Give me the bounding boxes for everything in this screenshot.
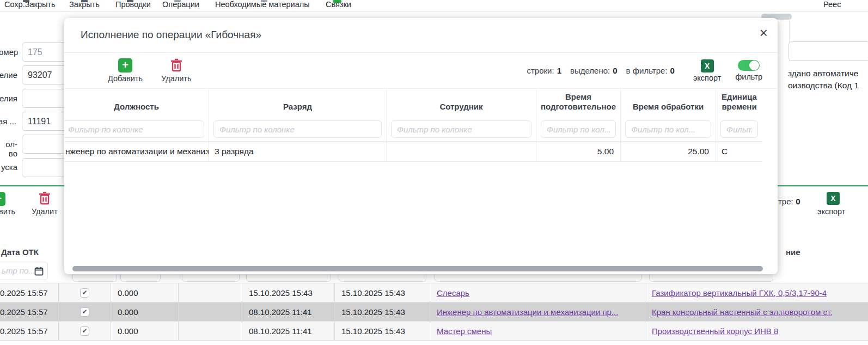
background-data-table: 0.2025 15:57 ✔ 0.000 15.10.2025 15:43 15… [0,283,868,341]
export-button[interactable]: X экспорт [693,59,721,82]
cell-qty: 0.000 [111,283,179,302]
cell-checkbox: ✔ [59,283,111,302]
cell-start: 08.10.2025 11:41 [242,302,335,321]
cell-qty: 0.000 [111,302,179,321]
cell-start: 15.10.2025 15:43 [242,283,335,302]
field-label-planned: ая ... [0,117,16,126]
menu-required-materials[interactable]: Необходимые материалы [215,0,310,9]
right-form-field[interactable] [788,41,868,61]
cell-end: 15.10.2025 15:43 [335,283,430,302]
add-button[interactable]: вить [0,207,15,216]
col-header-employee[interactable]: Сотрудник [387,89,536,117]
equipment-link[interactable]: Газификатор вертикальный ГХК, 0,5/3,17-9… [652,288,827,298]
auto-created-note-line2: оизводства (Код 1 [788,81,859,90]
menu-save-close[interactable]: Сохр.Закрыть [4,0,56,9]
dialog-close-icon[interactable]: × [760,26,768,40]
operation-execution-dialog: Исполнение по операции «Гибочная» × + До… [64,18,778,274]
filtered-count: в фильтре:0 [626,66,675,75]
dialog-toolbar: + Добавить Удалить строки:1 выделено:0 [64,53,778,89]
export-icon: X [701,59,714,72]
table-row-selected[interactable]: 0.2025 15:57 ✔ 0.000 08.10.2025 11:41 15… [0,302,868,322]
main-menu-bar: Сохр.Закрыть Закрыть Проводки Операции Н… [0,0,868,12]
proc-time-filter-input[interactable] [625,120,711,138]
cell-checkbox: ✔ [59,322,111,340]
cell-empty [179,302,242,321]
cell-date: 0.2025 15:57 [0,322,59,340]
cell-empty [179,283,242,302]
field-label-launch: уска [0,162,17,172]
horizontal-scrollbar[interactable] [72,266,763,271]
column-header-date-otk: Дата ОТК [1,247,39,257]
cell-empty [179,322,242,340]
cell-checkbox: ✔ [59,302,111,321]
menu-links[interactable]: Связки [326,0,351,9]
field-label-product2: елия [0,94,17,103]
employee-filter-input[interactable] [391,120,531,138]
delete-icon [170,58,182,72]
cell-employee [387,142,536,161]
menu-registry[interactable]: Реес [823,0,841,9]
checkbox-checked[interactable]: ✔ [80,307,89,317]
toggle-knob [749,60,759,70]
delete-button[interactable]: Удалить [161,58,191,83]
header-row: Должность Разряд Сотрудник Время подгото… [64,89,762,117]
filtered-count: тре: 0 [778,197,800,207]
check-icon: ✔ [82,289,87,296]
cell-grade: 3 разряда [209,142,387,161]
cell-position: нженер по автоматизации и механиза... [64,142,209,161]
col-header-position[interactable]: Должность [64,89,209,117]
cell-position: Мастер смены [430,322,645,340]
position-link[interactable]: Инженер по автоматизации и механизации п… [437,307,618,317]
position-link[interactable]: Слесарь [437,288,469,298]
cell-prep-time: 5.00 [536,142,621,161]
position-link[interactable]: Мастер смены [437,326,492,336]
column-header-equipment: ние [786,247,800,257]
cell-time-unit: С [716,142,762,161]
equipment-link[interactable]: Кран консольный настенный с эл.поворотом… [652,307,832,317]
grade-filter-input[interactable] [213,120,382,138]
table-row[interactable]: 0.2025 15:57 ✔ 0.000 15.10.2025 15:43 15… [0,283,868,302]
field-label-number: омер [0,47,17,57]
equipment-link[interactable]: Производственный корпус ИНВ 8 [652,326,778,336]
cell-equipment: Производственный корпус ИНВ 8 [645,322,868,340]
add-icon[interactable]: + [0,192,5,206]
cell-date: 0.2025 15:57 [0,283,59,302]
menu-close[interactable]: Закрыть [69,0,100,9]
cell-end: 15.10.2025 15:43 [335,302,430,321]
col-header-proc-time[interactable]: Время обработки [621,89,716,117]
cell-qty: 0.000 [111,322,179,340]
selected-count: выделено:0 [570,66,618,75]
cell-equipment: Газификатор вертикальный ГХК, 0,5/3,17-9… [645,283,868,302]
export-icon[interactable]: X [827,192,840,205]
menu-operations[interactable]: Операции [162,0,199,9]
menu-postings[interactable]: Проводки [115,0,151,9]
dialog-table: Должность Разряд Сотрудник Время подгото… [64,89,762,162]
filter-row [64,117,762,141]
add-button[interactable]: + Добавить [108,58,143,83]
checkbox-checked[interactable]: ✔ [80,326,89,336]
dialog-title: Исполнение по операции «Гибочная» [81,29,261,41]
date-otk-filter-input[interactable]: ьтр по... [0,262,48,280]
filter-toggle-block: фильтр [735,60,762,81]
delete-button[interactable]: Удалит [32,207,58,216]
check-icon: ✔ [82,327,87,335]
cell-proc-time: 25.00 [621,142,716,161]
prep-time-filter-input[interactable] [541,120,616,138]
calendar-icon[interactable] [34,267,44,276]
position-filter-input[interactable] [64,120,204,138]
checkbox-checked[interactable]: ✔ [80,288,89,298]
field-label-qty: ол-во [0,140,17,158]
col-header-prep-time[interactable]: Время подготовительное [536,89,621,117]
export-button[interactable]: экспорт [817,207,845,216]
add-icon: + [118,58,132,72]
table-row[interactable]: 0.2025 15:57 ✔ 0.000 08.10.2025 11:41 15… [0,322,868,341]
filter-toggle[interactable] [738,60,760,71]
cell-start: 08.10.2025 11:41 [242,322,335,340]
delete-icon[interactable] [39,191,51,205]
cell-end: 15.10.2025 15:43 [335,322,430,340]
rows-count: строки:1 [527,66,561,75]
time-unit-filter-input[interactable] [720,120,758,138]
col-header-grade[interactable]: Разряд [209,89,387,117]
data-row[interactable]: нженер по автоматизации и механиза... 3 … [64,141,762,162]
col-header-time-unit[interactable]: Единица времени [716,89,762,117]
